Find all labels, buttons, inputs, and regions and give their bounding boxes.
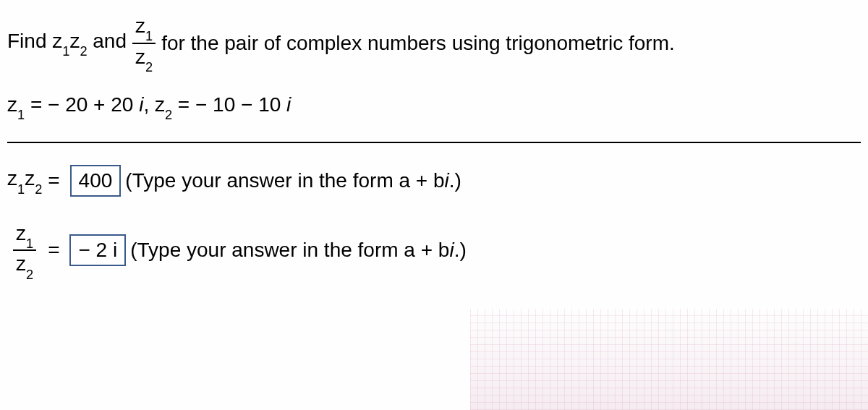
answer-quotient: z1 z2 = − 2 i (Type your answer in the f… xyxy=(7,222,861,279)
hint-text: (Type your answer in the form a + bi.) xyxy=(125,169,461,192)
fraction-z1-over-z2-answer: z1 z2 xyxy=(13,222,36,279)
background-pattern xyxy=(470,309,868,410)
quotient-answer-input[interactable]: − 2 i xyxy=(69,234,126,266)
given-values: z1 = − 20 + 20 i, z2 = − 10 − 10 i xyxy=(7,93,861,120)
problem-statement: Find z1z2 and z1 z2 for the pair of comp… xyxy=(7,14,861,72)
hint-text: (Type your answer in the form a + bi.) xyxy=(130,239,467,262)
equals-sign: = xyxy=(48,239,59,262)
text: z1 = − 20 + 20 i, z2 = − 10 − 10 i xyxy=(7,93,291,120)
product-answer-input[interactable]: 400 xyxy=(70,165,122,197)
lhs-product: z1z2 xyxy=(7,167,42,194)
equals-sign: = xyxy=(48,169,59,192)
text: Find z1z2 and xyxy=(7,30,127,56)
divider-line xyxy=(7,142,861,143)
text: for the pair of complex numbers using tr… xyxy=(161,32,675,55)
fraction-z1-over-z2: z1 z2 xyxy=(132,14,156,72)
answer-product: z1z2 = 400 (Type your answer in the form… xyxy=(7,165,861,197)
